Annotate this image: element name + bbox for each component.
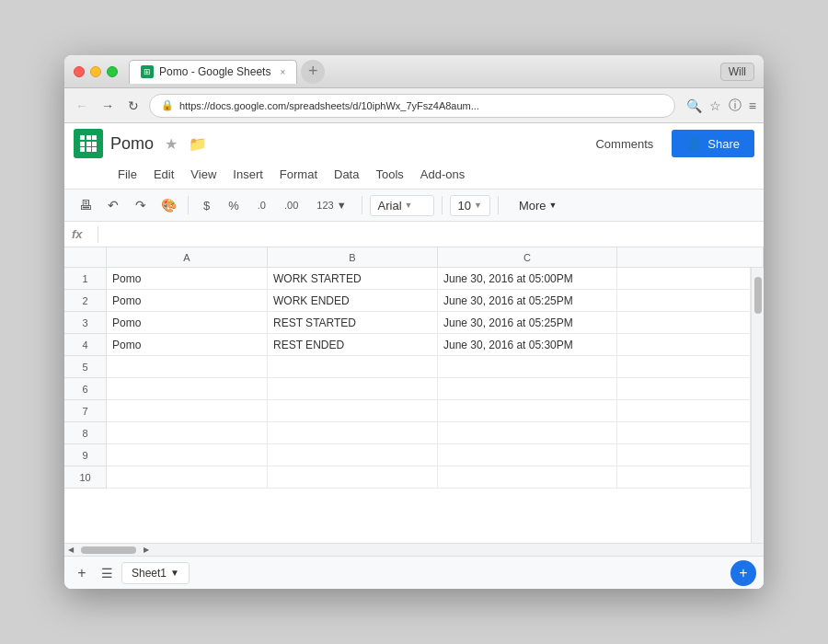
cell-b3[interactable]: REST STARTED — [268, 312, 438, 334]
row-number[interactable]: 2 — [64, 290, 107, 312]
cell-c3[interactable]: June 30, 2016 at 05:25PM — [438, 312, 617, 334]
menu-tools[interactable]: Tools — [368, 164, 410, 185]
reload-button[interactable]: ↻ — [123, 96, 144, 116]
menu-file[interactable]: File — [110, 164, 144, 185]
row-number[interactable]: 1 — [64, 268, 107, 290]
cell-b2[interactable]: WORK ENDED — [268, 290, 438, 312]
menu-data[interactable]: Data — [327, 164, 366, 185]
scroll-left-button[interactable]: ◀ — [64, 544, 77, 557]
sheet-list-button[interactable]: ☰ — [98, 564, 116, 582]
comments-button[interactable]: Comments — [584, 132, 664, 156]
menu-view[interactable]: View — [183, 164, 224, 185]
vertical-scrollbar[interactable] — [751, 268, 764, 543]
close-button[interactable] — [74, 66, 85, 77]
cell-a6[interactable] — [107, 378, 268, 400]
row-number[interactable]: 5 — [64, 356, 107, 378]
redo-button[interactable]: ↷ — [129, 193, 153, 217]
cell-extra-8[interactable] — [617, 422, 751, 444]
cell-a4[interactable]: Pomo — [107, 334, 268, 356]
cell-c5[interactable] — [438, 356, 617, 378]
cell-c1[interactable]: June 30, 2016 at 05:00PM — [438, 268, 617, 290]
folder-icon[interactable]: 📁 — [189, 135, 207, 153]
print-button[interactable]: 🖶 — [74, 193, 98, 217]
cell-a8[interactable] — [107, 422, 268, 444]
cell-extra-4[interactable] — [617, 334, 751, 356]
menu-edit[interactable]: Edit — [146, 164, 181, 185]
row-number[interactable]: 4 — [64, 334, 107, 356]
row-number[interactable]: 7 — [64, 400, 107, 422]
menu-icon[interactable]: ≡ — [749, 98, 756, 113]
row-number[interactable]: 9 — [64, 444, 107, 466]
user-profile-button[interactable]: Will — [720, 63, 754, 81]
cell-c10[interactable] — [438, 466, 617, 489]
cell-c6[interactable] — [438, 378, 617, 400]
undo-button[interactable]: ↶ — [101, 193, 125, 217]
search-icon[interactable]: 🔍 — [686, 98, 702, 113]
cell-c8[interactable] — [438, 422, 617, 444]
row-number[interactable]: 6 — [64, 378, 107, 400]
cell-b4[interactable]: REST ENDED — [268, 334, 438, 356]
cell-b5[interactable] — [268, 356, 438, 378]
tab-pomo[interactable]: Pomo - Google Sheets × — [129, 60, 297, 84]
cell-extra-5[interactable] — [617, 356, 751, 378]
scroll-right-button[interactable]: ▶ — [140, 544, 153, 557]
cell-extra-9[interactable] — [617, 444, 751, 466]
info-icon[interactable]: ⓘ — [729, 98, 742, 114]
row-number[interactable]: 3 — [64, 312, 107, 334]
cell-extra-10[interactable] — [617, 466, 751, 489]
cell-a5[interactable] — [107, 356, 268, 378]
back-button[interactable]: ← — [72, 96, 92, 116]
menu-insert[interactable]: Insert — [225, 164, 270, 185]
col-header-d[interactable] — [617, 247, 764, 268]
row-number[interactable]: 10 — [64, 466, 107, 489]
cell-a7[interactable] — [107, 400, 268, 422]
cell-c7[interactable] — [438, 400, 617, 422]
address-input[interactable]: 🔒 https://docs.google.com/spreadsheets/d… — [149, 94, 675, 118]
cell-extra-2[interactable] — [617, 290, 751, 312]
scrollbar-thumb-v[interactable] — [754, 277, 762, 314]
percent-button[interactable]: % — [221, 196, 247, 215]
row-number[interactable]: 8 — [64, 422, 107, 444]
col-header-c[interactable]: C — [438, 247, 617, 268]
cell-a10[interactable] — [107, 466, 268, 489]
paint-format-button[interactable]: 🎨 — [156, 193, 180, 217]
cell-a9[interactable] — [107, 444, 268, 466]
col-header-a[interactable]: A — [107, 247, 268, 268]
currency-button[interactable]: $ — [196, 196, 217, 215]
cell-c4[interactable]: June 30, 2016 at 05:30PM — [438, 334, 617, 356]
cell-c2[interactable]: June 30, 2016 at 05:25PM — [438, 290, 617, 312]
cell-b8[interactable] — [268, 422, 438, 444]
cell-a2[interactable]: Pomo — [107, 290, 268, 312]
col-header-b[interactable]: B — [268, 247, 438, 268]
new-tab-button[interactable]: + — [301, 60, 325, 84]
scrollbar-thumb-h[interactable] — [81, 546, 136, 554]
cell-extra-7[interactable] — [617, 400, 751, 422]
font-size-dropdown[interactable]: 10 ▼ — [450, 195, 490, 216]
minimize-button[interactable] — [90, 66, 101, 77]
increase-decimal-button[interactable]: .00 — [277, 197, 305, 213]
decrease-decimal-button[interactable]: .0 — [250, 197, 273, 213]
bookmark-icon[interactable]: ☆ — [709, 98, 721, 113]
format-number-button[interactable]: 123 ▼ — [309, 197, 353, 213]
menu-format[interactable]: Format — [272, 164, 325, 185]
cell-extra-1[interactable] — [617, 268, 751, 290]
share-button[interactable]: 👤 Share — [672, 130, 754, 157]
cell-a1[interactable]: Pomo — [107, 268, 268, 290]
horizontal-scrollbar[interactable]: ◀ ▶ — [64, 543, 764, 556]
explore-button[interactable]: + — [730, 560, 756, 586]
tab-close-icon[interactable]: × — [280, 67, 285, 77]
cell-b10[interactable] — [268, 466, 438, 489]
cell-b9[interactable] — [268, 444, 438, 466]
font-family-dropdown[interactable]: Arial ▼ — [370, 195, 434, 216]
cell-c9[interactable] — [438, 444, 617, 466]
star-icon[interactable]: ★ — [165, 135, 178, 153]
forward-button[interactable]: → — [98, 96, 118, 116]
cell-b6[interactable] — [268, 378, 438, 400]
cell-extra-6[interactable] — [617, 378, 751, 400]
more-button[interactable]: More ▼ — [510, 196, 567, 215]
formula-input[interactable] — [106, 227, 756, 241]
maximize-button[interactable] — [107, 66, 118, 77]
menu-addons[interactable]: Add-ons — [413, 164, 472, 185]
cell-a3[interactable]: Pomo — [107, 312, 268, 334]
cell-extra-3[interactable] — [617, 312, 751, 334]
